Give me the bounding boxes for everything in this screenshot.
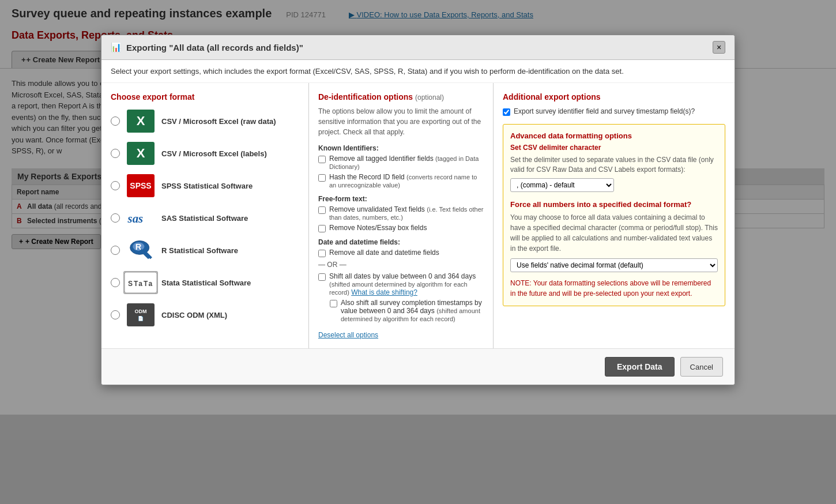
csv-raw-label: CSV / Microsoft Excel (raw data) [161,117,276,126]
format-option-spss[interactable]: SPSS SPSS Statistical Software [111,174,299,197]
remove-tagged-checkbox[interactable] [318,156,326,163]
remove-tagged-label: Remove all tagged Identifier fields (tag… [329,155,484,171]
date-datetime-label: Date and datetime fields: [318,238,484,246]
survey-identifier-checkbox[interactable] [503,108,510,116]
csv-raw-icon: X [127,110,155,133]
csv-delimiter-desc: Set the delimiter used to separate value… [510,155,718,175]
export-modal: 📊 Exporting "All data (all records and f… [101,35,735,385]
remove-tagged-check-row: Remove all tagged Identifier fields (tag… [318,155,484,171]
sas-radio[interactable] [111,213,120,223]
sas-icon: sas [127,206,155,230]
advanced-formatting-box: Advanced data formatting options Set CSV… [503,124,725,306]
svg-text:X: X [137,146,145,160]
remove-notes-check-row: Remove Notes/Essay box fields [318,224,484,232]
stata-label: Stata Statistical Software [161,279,251,287]
cdisc-icon: ODM 📄 [127,303,155,326]
export-data-button[interactable]: Export Data [605,357,675,377]
export-format-panel: Choose export format X CSV / Microsoft E… [101,83,309,348]
advanced-title: Advanced data formatting options [510,131,718,140]
svg-text:X: X [137,114,145,128]
modal-close-button[interactable]: × [713,41,725,54]
cancel-button[interactable]: Cancel [680,357,723,377]
hash-record-label: Hash the Record ID field (converts recor… [329,173,484,189]
or-divider: — OR — [318,261,484,269]
format-option-stata[interactable]: STaTa Stata Statistical Software [111,271,299,294]
shift-dates-label: Shift all dates by value between 0 and 3… [329,272,484,296]
r-label: R Statistical Software [161,246,238,255]
export-format-title: Choose export format [111,92,299,101]
known-identifiers-label: Known Identifiers: [318,144,484,152]
table-icon: 📊 [111,42,122,52]
format-option-cdisc[interactable]: ODM 📄 CDISC ODM (XML) [111,303,299,326]
modal-header: 📊 Exporting "All data (all records and f… [101,35,735,60]
csv-labels-label: CSV / Microsoft Excel (labels) [161,149,267,158]
remove-notes-checkbox[interactable] [318,225,326,232]
deid-title: De-identification options (optional) [318,92,484,101]
modal-footer: Export Data Cancel [101,348,735,385]
survey-identifier-label: Export survey identifier field and surve… [514,107,695,115]
remove-unvalidated-checkbox[interactable] [318,206,326,214]
csv-labels-radio[interactable] [111,149,120,158]
stata-icon: STaTa [127,271,155,294]
svg-text:STaTa: STaTa [128,280,153,288]
format-option-csv-labels[interactable]: X CSV / Microsoft Excel (labels) [111,142,299,165]
spss-radio[interactable] [111,181,120,190]
stata-radio[interactable] [111,278,120,287]
sas-label: SAS Statistical Software [161,214,248,223]
cdisc-radio[interactable] [111,310,120,319]
remove-dates-label: Remove all date and datetime fields [329,249,439,257]
additional-title: Additional export options [503,92,725,101]
also-shift-checkbox[interactable] [330,300,337,307]
csv-labels-icon: X [127,142,155,165]
modal-subtitle: Select your export settings, which inclu… [101,60,735,83]
cdisc-label: CDISC ODM (XML) [161,311,227,319]
what-is-date-shifting-link[interactable]: What is date shifting? [351,288,417,296]
deid-description: The options below allow you to limit the… [318,106,484,137]
remove-dates-check-row: Remove all date and datetime fields [318,249,484,257]
format-option-r[interactable]: R R Statistical Software [111,239,299,262]
modal-body: Choose export format X CSV / Microsoft E… [101,83,735,348]
hash-record-check-row: Hash the Record ID field (converts recor… [318,173,484,189]
remove-unvalidated-label: Remove unvalidated Text fields (i.e. Tex… [329,205,484,221]
r-radio[interactable] [111,246,120,255]
deselect-all-link[interactable]: Deselect all options [318,331,484,339]
decimal-format-select[interactable]: Use fields' native decimal format (defau… [510,258,718,272]
page-background: Survey queue and repeating instances exa… [0,0,836,504]
svg-text:sas: sas [127,212,144,225]
also-shift-check-row: Also shift all survey completion timesta… [330,299,484,323]
remove-notes-label: Remove Notes/Essay box fields [329,224,427,232]
spss-label: SPSS Statistical Software [161,182,253,190]
csv-delimiter-select[interactable]: , (comma) - default [510,178,614,192]
modal-overlay: 📊 Exporting "All data (all records and f… [0,0,836,504]
deid-panel: De-identification options (optional) The… [309,83,494,348]
modal-title: 📊 Exporting "All data (all records and f… [111,42,303,52]
also-shift-label: Also shift all survey completion timesta… [341,299,484,323]
hash-record-checkbox[interactable] [318,174,326,182]
csv-delimiter-title: Set CSV delimiter character [510,144,718,152]
shift-dates-checkbox[interactable] [318,273,326,281]
remove-unvalidated-check-row: Remove unvalidated Text fields (i.e. Tex… [318,205,484,221]
remove-dates-checkbox[interactable] [318,250,326,257]
force-decimal-title: Force all numbers into a specified decim… [510,200,718,209]
format-option-csv-raw[interactable]: X CSV / Microsoft Excel (raw data) [111,110,299,133]
spss-icon: SPSS [127,174,155,197]
free-form-label: Free-form text: [318,195,484,203]
force-decimal-desc: You may choose to force all data values … [510,212,718,254]
csv-raw-radio[interactable] [111,116,120,126]
additional-options-panel: Additional export options Export survey … [494,83,735,348]
shift-dates-check-row: Shift all dates by value between 0 and 3… [318,272,484,296]
format-option-sas[interactable]: sas SAS Statistical Software [111,206,299,230]
survey-check-row: Export survey identifier field and surve… [503,107,725,116]
r-icon: R [127,239,155,262]
note-text: NOTE: Your data formatting selections ab… [510,278,718,299]
